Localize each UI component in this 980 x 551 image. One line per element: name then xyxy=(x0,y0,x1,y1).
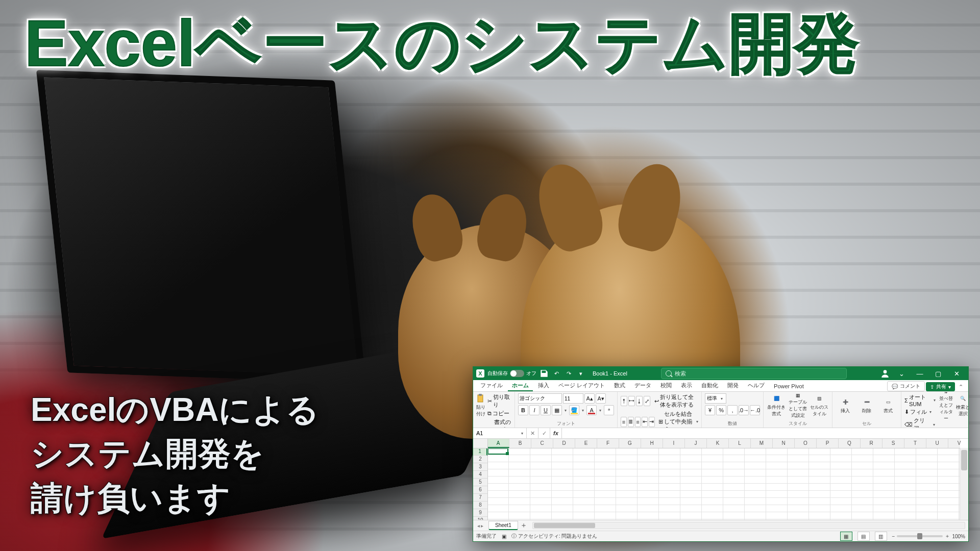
indent-increase-button[interactable]: ⇥ xyxy=(649,417,655,427)
row-header[interactable]: 9 xyxy=(473,509,487,517)
vertical-scrollbar[interactable] xyxy=(960,448,968,520)
column-header[interactable]: B xyxy=(509,439,531,448)
border-button[interactable]: ▦ xyxy=(552,405,562,415)
select-all-corner[interactable] xyxy=(473,439,488,448)
merge-dropdown[interactable]: ▾ xyxy=(696,419,698,424)
tab-developer[interactable]: 開発 xyxy=(723,380,743,391)
zoom-level[interactable]: 100% xyxy=(952,534,965,539)
comma-format-button[interactable]: , xyxy=(727,405,738,415)
tab-insert[interactable]: 挿入 xyxy=(534,380,553,391)
align-top-button[interactable]: ⭱ xyxy=(621,396,627,406)
font-size-input[interactable] xyxy=(563,393,583,404)
fill-dropdown[interactable]: ▾ xyxy=(928,410,933,414)
tab-view[interactable]: 表示 xyxy=(677,380,696,391)
column-header[interactable]: E xyxy=(575,439,597,448)
find-select-button[interactable]: 🔍 検索と選択 xyxy=(955,393,968,418)
column-header[interactable]: I xyxy=(663,439,685,448)
tab-formulas[interactable]: 数式 xyxy=(610,380,629,391)
delete-cells-button[interactable]: ➖ 削除 xyxy=(857,393,876,418)
autosave-toggle[interactable]: 自動保存 オフ xyxy=(487,370,536,377)
column-header[interactable]: Q xyxy=(839,439,861,448)
column-header[interactable]: D xyxy=(553,439,575,448)
zoom-in-button[interactable]: ＋ xyxy=(945,533,950,540)
align-center-button[interactable]: ≣ xyxy=(628,417,634,427)
column-header[interactable]: K xyxy=(707,439,729,448)
column-header[interactable]: L xyxy=(729,439,751,448)
decrease-font-button[interactable]: A▾ xyxy=(596,393,606,404)
merge-center-button[interactable]: ⊞ セルを結合して中央揃え ▾ xyxy=(658,410,698,428)
font-color-dropdown[interactable]: ▾ xyxy=(598,408,603,413)
align-right-button[interactable]: ≡ xyxy=(635,417,641,427)
orientation-button[interactable]: ⤢ xyxy=(644,396,650,406)
border-dropdown[interactable]: ▾ xyxy=(563,408,568,413)
enter-formula-button[interactable]: ✓ xyxy=(538,428,550,438)
column-header[interactable]: O xyxy=(795,439,817,448)
column-header[interactable]: R xyxy=(861,439,883,448)
page-break-view-button[interactable]: ▥ xyxy=(875,532,887,541)
autosum-button[interactable]: Σ オート SUM ▾ xyxy=(904,393,937,407)
clear-button[interactable]: ⌫ クリア ▾ xyxy=(904,417,937,428)
normal-view-button[interactable]: ▦ xyxy=(840,532,852,541)
column-header[interactable]: G xyxy=(619,439,641,448)
tab-data[interactable]: データ xyxy=(630,380,655,391)
zoom-control[interactable]: − ＋ 100% xyxy=(892,533,965,540)
row-headers[interactable]: 123456789101112131415 xyxy=(473,448,488,520)
cells-area[interactable] xyxy=(487,448,960,520)
column-header[interactable]: J xyxy=(685,439,707,448)
row-header[interactable]: 4 xyxy=(473,471,487,479)
insert-function-button[interactable]: fx xyxy=(550,428,562,438)
row-header[interactable]: 1 xyxy=(473,448,487,456)
format-painter-button[interactable]: 🖌 書式のコピー/貼り付け xyxy=(487,418,511,428)
italic-button[interactable]: I xyxy=(529,405,540,415)
cut-button[interactable]: ✂ 切り取り xyxy=(487,393,511,409)
column-headers[interactable]: ABCDEFGHIJKLMNOPQRSTUV xyxy=(487,439,960,448)
insert-cells-button[interactable]: ➕ 挿入 xyxy=(836,393,855,418)
undo-button[interactable]: ↶ xyxy=(552,369,561,378)
hscroll-thumb[interactable] xyxy=(534,523,595,528)
percent-format-button[interactable]: % xyxy=(716,405,726,415)
tab-power-pivot[interactable]: Power Pivot xyxy=(770,382,808,391)
worksheet-grid[interactable]: ABCDEFGHIJKLMNOPQRSTUV 12345678910111213… xyxy=(473,439,968,520)
close-button[interactable]: ✕ xyxy=(948,368,965,379)
column-header[interactable]: V xyxy=(948,439,968,448)
font-color-button[interactable]: A xyxy=(586,405,597,415)
align-middle-button[interactable]: ⭤ xyxy=(628,396,635,406)
tab-automate[interactable]: 自動化 xyxy=(697,380,722,391)
ribbon-options-button[interactable]: ⌄ xyxy=(893,368,910,379)
maximize-button[interactable]: ▢ xyxy=(929,368,947,379)
record-macro-button[interactable]: ▣ xyxy=(502,534,506,539)
vscroll-thumb[interactable] xyxy=(961,450,967,470)
tab-page-layout[interactable]: ページ レイアウト xyxy=(554,380,609,391)
column-header[interactable]: A xyxy=(487,439,509,448)
underline-button[interactable]: U xyxy=(541,405,551,415)
name-box-dropdown[interactable]: ▾ xyxy=(520,431,524,436)
save-button[interactable] xyxy=(540,369,549,378)
horizontal-scrollbar[interactable] xyxy=(532,522,965,529)
number-format-select[interactable]: 標準 ▾ xyxy=(705,393,726,404)
share-button[interactable]: ⇪ 共有 ▾ xyxy=(926,382,955,391)
phonetic-button[interactable]: ᵃ xyxy=(604,405,614,415)
tab-file[interactable]: ファイル xyxy=(476,380,507,391)
new-sheet-button[interactable]: ＋ xyxy=(518,521,529,530)
sort-filter-button[interactable]: ⇅ 並べ替えとフィルター xyxy=(939,393,953,418)
zoom-slider-thumb[interactable] xyxy=(917,533,922,539)
row-header[interactable]: 3 xyxy=(473,463,487,471)
row-header[interactable]: 8 xyxy=(473,502,487,509)
row-header[interactable]: 2 xyxy=(473,456,487,463)
align-left-button[interactable]: ≡ xyxy=(621,417,627,427)
tab-help[interactable]: ヘルプ xyxy=(744,380,769,391)
name-box-input[interactable] xyxy=(475,430,520,437)
column-header[interactable]: T xyxy=(904,439,926,448)
decrease-decimal-button[interactable]: ←.0 xyxy=(750,405,760,415)
clear-dropdown[interactable]: ▾ xyxy=(932,422,937,427)
font-name-input[interactable] xyxy=(518,393,562,404)
fill-color-button[interactable]: 🪣 xyxy=(569,405,579,415)
bold-button[interactable]: B xyxy=(518,405,528,415)
active-cell[interactable] xyxy=(487,448,508,455)
column-header[interactable]: P xyxy=(817,439,839,448)
column-header[interactable]: C xyxy=(531,439,553,448)
sheet-nav[interactable]: ◂ ▸ xyxy=(473,523,487,529)
row-header[interactable]: 6 xyxy=(473,486,487,494)
name-box[interactable]: ▾ xyxy=(473,428,527,438)
column-header[interactable]: F xyxy=(597,439,619,448)
